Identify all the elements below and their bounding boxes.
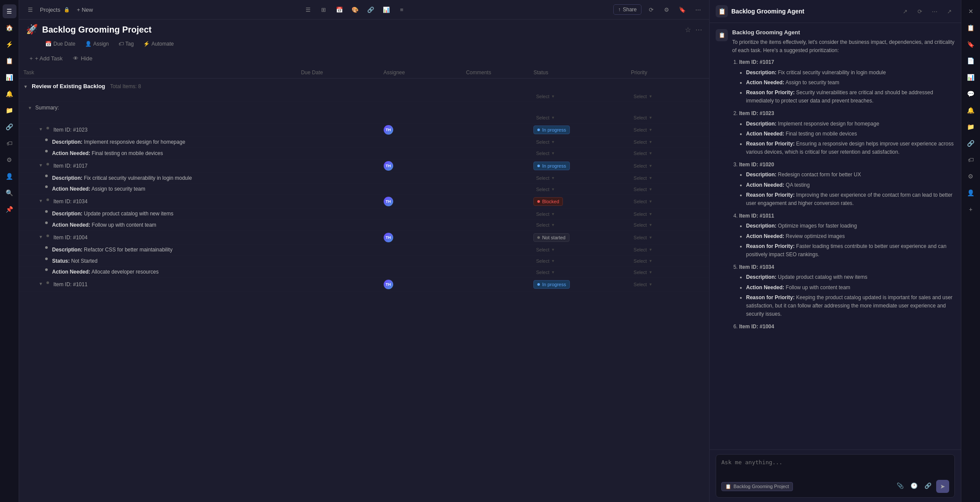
link-btn[interactable]: 🔗 (922, 480, 934, 491)
sidebar-icon-tasks[interactable]: 📋 (3, 54, 16, 68)
projects-link[interactable]: Projects (40, 7, 60, 13)
right-sidebar-icon-tag[interactable]: 🏷 (964, 153, 978, 167)
group-toggle-review[interactable]: ▼ (23, 84, 28, 89)
right-sidebar-icon-chart[interactable]: 📊 (964, 70, 978, 84)
assign-button[interactable]: 👤 Assign (82, 40, 112, 48)
clock-btn[interactable]: 🕐 (908, 480, 920, 491)
panel-external-link-btn[interactable]: ↗ (899, 6, 911, 17)
right-sidebar-icon-link[interactable]: 🔗 (964, 136, 978, 150)
panel-more-btn[interactable]: ⋯ (929, 6, 940, 17)
right-sidebar-icon-chat[interactable]: 💬 (964, 87, 978, 101)
select-status-1023-desc[interactable]: Select▼ (533, 139, 558, 145)
select-priority-btn-group[interactable]: Select▼ (631, 93, 655, 100)
select-priority-1004[interactable]: Select▼ (631, 234, 655, 241)
right-sidebar-icon-tasks[interactable]: 📋 (964, 21, 978, 35)
select-priority-1034[interactable]: Select▼ (631, 198, 655, 205)
right-sidebar-icon-settings[interactable]: ⚙ (964, 169, 978, 183)
select-priority-summary[interactable]: Select▼ (631, 114, 655, 121)
sidebar-icon-flash[interactable]: ⚡ (3, 37, 16, 51)
bookmark-btn[interactable]: 🔖 (676, 3, 688, 16)
filter-icon-btn[interactable]: ☰ (302, 3, 314, 16)
select-status-summary[interactable]: Select▼ (533, 114, 558, 121)
sidebar-icon-folder[interactable]: 📁 (3, 103, 16, 117)
subgroup-toggle[interactable]: ▼ (28, 106, 32, 110)
star-button[interactable]: ☆ (685, 26, 691, 34)
right-sidebar-icon-user[interactable]: 👤 (964, 186, 978, 200)
subgroup-title-summary[interactable]: Summary: (35, 105, 59, 111)
group-title-review[interactable]: Review of Existing Backlog (32, 83, 105, 89)
col-header-task: Task (19, 67, 296, 79)
sidebar-right: ✕ 📋 🔖 📄 📊 💬 🔔 📁 🔗 🏷 ⚙ 👤 + (961, 0, 980, 502)
select-priority-1004-action[interactable]: Select▼ (631, 269, 655, 276)
right-sidebar-icon-close[interactable]: ✕ (964, 4, 978, 18)
sidebar-icon-projects[interactable]: 🏠 (3, 21, 16, 35)
attach-btn[interactable]: 📎 (894, 480, 906, 491)
sidebar-icon-link[interactable]: 🔗 (3, 120, 16, 134)
item-toggle-1011[interactable]: ▼ (39, 281, 43, 286)
item-toggle-1023[interactable]: ▼ (39, 127, 43, 132)
select-priority-1017-desc[interactable]: Select▼ (631, 175, 655, 182)
tag-button[interactable]: 🏷 Tag (115, 40, 137, 48)
project-more-button[interactable]: ⋯ (695, 26, 702, 34)
right-sidebar-icon-bookmark[interactable]: 🔖 (964, 37, 978, 51)
context-tag[interactable]: 📋 Backlog Grooming Project (721, 482, 793, 491)
item-toggle-1034[interactable]: ▼ (39, 198, 43, 203)
select-status-1004-action[interactable]: Select▼ (533, 269, 558, 276)
select-priority-1011[interactable]: Select▼ (631, 281, 655, 288)
more-btn[interactable]: ⋯ (692, 3, 704, 16)
share-button[interactable]: ↑ Share (613, 4, 641, 15)
sidebar-icon-chart[interactable]: 📊 (3, 70, 16, 84)
add-task-button[interactable]: + + Add Task (26, 53, 66, 63)
priority-item-2: Item ID: #1020Description: Redesign cont… (739, 161, 955, 208)
graph-icon-btn[interactable]: 📊 (380, 3, 392, 16)
select-status-1034-desc[interactable]: Select▼ (533, 211, 558, 218)
status-label-1004: Not started (542, 235, 566, 240)
color-icon-btn[interactable]: 🎨 (349, 3, 361, 16)
chat-input[interactable] (721, 459, 949, 475)
select-priority-1017[interactable]: Select▼ (631, 162, 655, 169)
sidebar-icon-search[interactable]: 🔍 (3, 186, 16, 200)
select-status-1023-action[interactable]: Select▼ (533, 150, 558, 157)
sidebar-icon-settings[interactable]: ⚙ (3, 153, 16, 167)
group-icon-btn[interactable]: ⊞ (318, 3, 330, 16)
sidebar-icon-tag[interactable]: 🏷 (3, 136, 16, 150)
select-priority-1023-action[interactable]: Select▼ (631, 150, 655, 157)
select-priority-1034-desc[interactable]: Select▼ (631, 211, 655, 218)
select-priority-1017-action[interactable]: Select▼ (631, 186, 655, 193)
due-date-button[interactable]: 📅 Due Date (42, 40, 79, 48)
sidebar-icon-pin[interactable]: 📌 (3, 202, 16, 216)
item-toggle-1017[interactable]: ▼ (39, 163, 43, 168)
select-status-1017-desc[interactable]: Select▼ (533, 175, 558, 182)
settings-btn[interactable]: ⚙ (661, 3, 673, 16)
history-btn[interactable]: ⟳ (645, 3, 657, 16)
send-button[interactable]: ➤ (936, 480, 949, 493)
sidebar-icon-notifications[interactable]: 🔔 (3, 87, 16, 101)
right-sidebar-icon-notification[interactable]: 🔔 (964, 103, 978, 117)
select-priority-1023[interactable]: Select▼ (631, 126, 655, 133)
chevron-icon: ▼ (648, 176, 652, 180)
select-status-1004-statusrow[interactable]: Select▼ (533, 258, 558, 264)
list-icon-btn[interactable]: ≡ (396, 3, 408, 16)
calendar-icon-btn[interactable]: 📅 (333, 3, 345, 16)
select-priority-1023-desc[interactable]: Select▼ (631, 139, 655, 145)
select-priority-1004-desc[interactable]: Select▼ (631, 246, 655, 253)
panel-history-btn[interactable]: ⟳ (914, 6, 925, 17)
hide-button[interactable]: 👁 Hide (69, 53, 96, 63)
sidebar-icon-user[interactable]: 👤 (3, 169, 16, 183)
select-priority-1034-action[interactable]: Select▼ (631, 221, 655, 228)
select-status-btn-group[interactable]: Select▼ (533, 93, 558, 100)
right-sidebar-icon-add[interactable]: + (964, 202, 978, 216)
sidebar-icon-home[interactable]: ☰ (3, 4, 16, 18)
item-toggle-1004[interactable]: ▼ (39, 234, 43, 239)
sidebar-toggle-button[interactable]: ☰ (24, 3, 36, 16)
select-status-1017-action[interactable]: Select▼ (533, 186, 558, 193)
right-sidebar-icon-doc[interactable]: 📄 (964, 54, 978, 68)
right-sidebar-icon-folder[interactable]: 📁 (964, 120, 978, 134)
automate-button[interactable]: ⚡ Automate (140, 40, 177, 48)
select-status-1004-desc[interactable]: Select▼ (533, 246, 558, 253)
panel-close-btn[interactable]: ↗ (944, 6, 955, 17)
share-network-icon-btn[interactable]: 🔗 (365, 3, 377, 16)
select-status-1034-action[interactable]: Select▼ (533, 221, 558, 228)
new-button[interactable]: + New (73, 5, 96, 15)
select-priority-1004-statusrow[interactable]: Select▼ (631, 258, 655, 264)
